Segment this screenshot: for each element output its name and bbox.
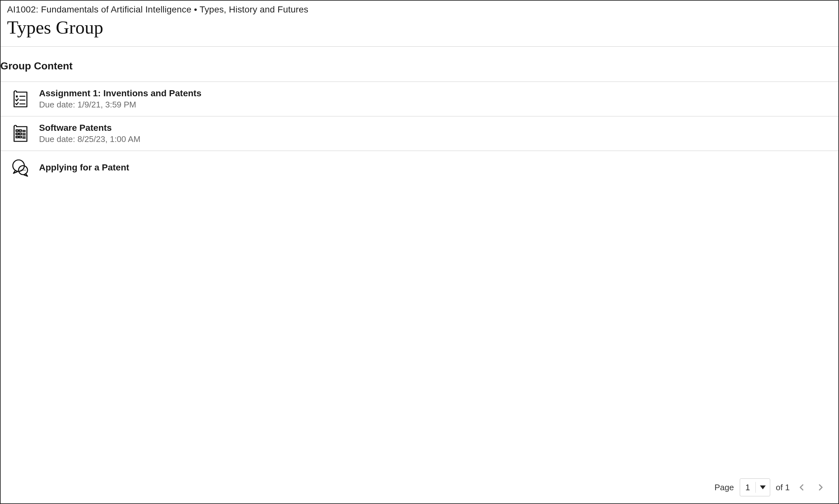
page-select[interactable]: 1 <box>740 479 770 496</box>
list-item-text: Assignment 1: Inventions and Patents Due… <box>39 88 201 110</box>
list-item-title: Applying for a Patent <box>39 162 129 173</box>
pager: Page 1 of 1 <box>1 473 838 503</box>
svg-rect-3 <box>16 130 18 131</box>
svg-rect-6 <box>19 130 21 131</box>
assignment-icon <box>10 89 30 109</box>
page-header: AI1002: Fundamentals of Artificial Intel… <box>1 1 838 47</box>
page-current: 1 <box>740 479 755 496</box>
svg-rect-8 <box>19 136 21 138</box>
list-item[interactable]: Assignment 1: Inventions and Patents Due… <box>1 82 838 116</box>
svg-rect-5 <box>16 136 18 138</box>
svg-point-19 <box>24 169 25 170</box>
page-dropdown-button[interactable] <box>756 479 770 496</box>
list-item[interactable]: Applying for a Patent <box>1 151 838 184</box>
list-item-title: Assignment 1: Inventions and Patents <box>39 88 201 98</box>
list-item-subtitle: Due date: 8/25/23, 1:00 AM <box>39 134 140 144</box>
svg-point-18 <box>22 169 23 170</box>
next-page-button[interactable] <box>814 481 827 494</box>
svg-point-17 <box>20 169 21 170</box>
pager-of: of 1 <box>776 483 790 492</box>
list-item-text: Applying for a Patent <box>39 162 129 173</box>
discussion-icon <box>10 157 30 178</box>
breadcrumb[interactable]: AI1002: Fundamentals of Artificial Intel… <box>7 4 832 15</box>
list-item-text: Software Patents Due date: 8/25/23, 1:00… <box>39 123 140 144</box>
svg-rect-4 <box>16 133 18 134</box>
spacer <box>1 184 838 473</box>
caret-down-icon <box>760 485 766 489</box>
list-item-subtitle: Due date: 1/9/21, 3:59 PM <box>39 100 201 110</box>
list-item-title: Software Patents <box>39 123 140 133</box>
chevron-left-icon <box>798 484 806 491</box>
content-list: Assignment 1: Inventions and Patents Due… <box>1 82 838 184</box>
prev-page-button[interactable] <box>795 481 808 494</box>
pager-label: Page <box>715 483 734 492</box>
section-title: Group Content <box>0 60 838 72</box>
page-title: Types Group <box>7 17 832 38</box>
svg-rect-7 <box>19 133 21 134</box>
page-frame: AI1002: Fundamentals of Artificial Intel… <box>0 0 839 504</box>
chevron-right-icon <box>817 484 824 491</box>
section-header: Group Content <box>1 47 838 82</box>
list-item[interactable]: Software Patents Due date: 8/25/23, 1:00… <box>1 116 838 151</box>
test-icon <box>10 123 30 144</box>
